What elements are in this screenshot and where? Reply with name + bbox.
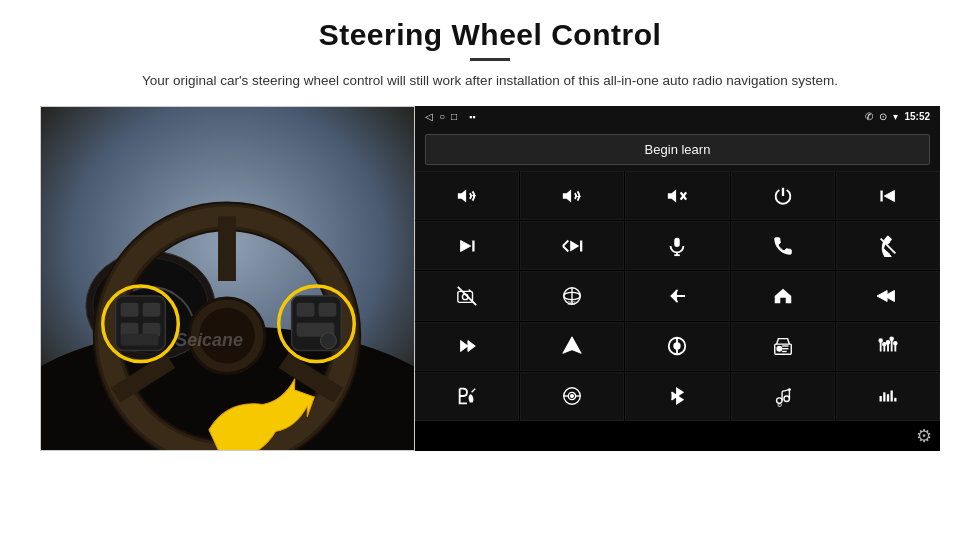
pen-button[interactable] bbox=[415, 372, 519, 421]
recents-nav-icon[interactable]: □ bbox=[451, 111, 457, 122]
hang-up-button[interactable] bbox=[836, 221, 940, 270]
page-subtitle: Your original car's steering wheel contr… bbox=[142, 71, 838, 92]
begin-learn-button[interactable]: Begin learn bbox=[425, 134, 930, 165]
svg-rect-20 bbox=[297, 303, 315, 317]
android-status-icons: ✆ ⊙ ▾ 15:52 bbox=[865, 111, 930, 122]
svg-text:Seicane: Seicane bbox=[175, 330, 243, 350]
svg-point-60 bbox=[675, 343, 681, 349]
svg-point-89 bbox=[788, 389, 791, 392]
svg-rect-43 bbox=[675, 237, 681, 246]
location-icon: ⊙ bbox=[879, 111, 887, 122]
svg-marker-30 bbox=[563, 189, 571, 202]
skip-next-button[interactable] bbox=[520, 221, 624, 270]
wifi-icon: ▾ bbox=[893, 111, 898, 122]
radio-button[interactable] bbox=[731, 322, 835, 371]
vol-down-button[interactable]: − bbox=[520, 171, 624, 220]
svg-line-78 bbox=[472, 389, 476, 393]
svg-line-40 bbox=[563, 246, 569, 252]
svg-marker-32 bbox=[668, 189, 676, 202]
music-settings-button[interactable]: ⚙ bbox=[731, 372, 835, 421]
signal-icon: ▪▪ bbox=[469, 112, 475, 122]
svg-line-39 bbox=[563, 240, 569, 246]
svg-marker-38 bbox=[461, 240, 471, 251]
svg-rect-21 bbox=[318, 303, 336, 317]
android-nav-icons: ◁ ○ □ ▪▪ bbox=[425, 111, 475, 122]
svg-marker-55 bbox=[877, 290, 887, 301]
home-nav-icon[interactable]: ○ bbox=[439, 111, 445, 122]
no-camera-button[interactable] bbox=[415, 271, 519, 320]
svg-text:360°: 360° bbox=[568, 301, 578, 306]
bluetooth-button[interactable] bbox=[625, 372, 729, 421]
360-view-button[interactable]: 360° bbox=[520, 271, 624, 320]
svg-point-85 bbox=[784, 396, 790, 402]
vol-up-button[interactable]: + bbox=[415, 171, 519, 220]
svg-point-64 bbox=[777, 347, 782, 352]
svg-point-74 bbox=[883, 343, 886, 346]
skip-back-button[interactable] bbox=[836, 271, 940, 320]
android-panel: ◁ ○ □ ▪▪ ✆ ⊙ ▾ 15:52 Begin learn bbox=[415, 106, 940, 451]
svg-point-76 bbox=[890, 337, 893, 340]
svg-marker-56 bbox=[461, 341, 468, 352]
svg-rect-18 bbox=[121, 334, 159, 346]
svg-marker-27 bbox=[458, 189, 466, 202]
phone-call-button[interactable] bbox=[731, 221, 835, 270]
clock: 15:52 bbox=[904, 111, 930, 122]
phone-icon: ✆ bbox=[865, 111, 873, 122]
source-button[interactable] bbox=[625, 322, 729, 371]
svg-text:+: + bbox=[472, 191, 477, 200]
title-divider bbox=[470, 58, 510, 61]
prev-track-button[interactable] bbox=[836, 171, 940, 220]
eq-button[interactable] bbox=[836, 322, 940, 371]
back-button[interactable] bbox=[625, 271, 729, 320]
svg-marker-58 bbox=[563, 337, 581, 354]
svg-point-81 bbox=[571, 395, 574, 398]
svg-text:−: − bbox=[577, 191, 582, 200]
svg-text:⚙: ⚙ bbox=[776, 401, 781, 407]
begin-learn-row: Begin learn bbox=[415, 128, 940, 171]
mute-button[interactable] bbox=[625, 171, 729, 220]
levels-button[interactable] bbox=[836, 372, 940, 421]
back-nav-icon[interactable]: ◁ bbox=[425, 111, 433, 122]
svg-marker-57 bbox=[468, 341, 475, 352]
svg-rect-15 bbox=[142, 303, 160, 317]
settings-gear-icon[interactable]: ⚙ bbox=[916, 425, 932, 447]
svg-marker-41 bbox=[570, 240, 579, 251]
content-row: Seicane ◁ ○ □ ▪▪ ✆ ⊙ ▾ 15:52 bbox=[40, 106, 940, 451]
android-status-bar: ◁ ○ □ ▪▪ ✆ ⊙ ▾ 15:52 bbox=[415, 106, 940, 128]
svg-point-75 bbox=[887, 341, 890, 344]
svg-rect-14 bbox=[121, 303, 139, 317]
control-icon-grid: + − bbox=[415, 171, 940, 421]
gear-row: ⚙ bbox=[415, 421, 940, 451]
svg-point-77 bbox=[894, 342, 897, 345]
skip-forward-button[interactable] bbox=[415, 221, 519, 270]
fast-forward-button[interactable] bbox=[415, 322, 519, 371]
microphone-button[interactable] bbox=[625, 221, 729, 270]
steering-wheel-image: Seicane bbox=[40, 106, 415, 451]
svg-marker-36 bbox=[884, 190, 894, 201]
home-button[interactable] bbox=[731, 271, 835, 320]
svg-point-23 bbox=[320, 333, 336, 349]
svg-point-73 bbox=[879, 339, 882, 342]
navigation-button[interactable] bbox=[520, 322, 624, 371]
360-btn2[interactable] bbox=[520, 372, 624, 421]
power-button[interactable] bbox=[731, 171, 835, 220]
page-title: Steering Wheel Control bbox=[319, 18, 662, 52]
